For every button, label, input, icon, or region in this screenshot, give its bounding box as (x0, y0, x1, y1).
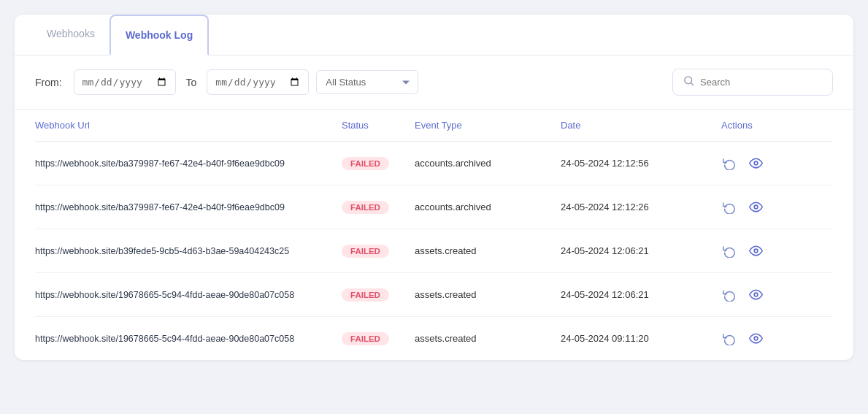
date-cell: 24-05-2024 12:06:21 (561, 289, 721, 300)
status-badge: FAILED (342, 157, 389, 170)
view-button[interactable] (748, 330, 764, 347)
col-webhook-url: Webhook Url (35, 120, 342, 131)
status-cell: FAILED (342, 201, 415, 214)
retry-button[interactable] (721, 287, 737, 303)
col-actions: Actions (721, 120, 809, 131)
to-label: To (186, 77, 197, 88)
status-select-wrapper: All Status Failed Success (316, 70, 418, 94)
col-date: Date (561, 120, 721, 131)
url-cell: https://webhook.site/19678665-5c94-4fdd-… (35, 290, 342, 300)
svg-point-3 (754, 205, 758, 209)
event-type-cell: assets.created (415, 289, 561, 300)
to-date-input[interactable] (207, 69, 309, 95)
event-type-cell: accounts.archived (415, 202, 561, 212)
table-header: Webhook Url Status Event Type Date Actio… (35, 110, 833, 142)
retry-button[interactable] (721, 243, 737, 259)
tabs-bar: Webhooks Webhook Log (15, 15, 853, 55)
view-button[interactable] (748, 242, 764, 259)
actions-cell (721, 286, 809, 303)
search-wrapper (672, 69, 833, 96)
search-icon (683, 75, 694, 89)
url-cell: https://webhook.site/b39fede5-9cb5-4d63-… (35, 246, 342, 256)
status-badge: FAILED (342, 245, 389, 258)
col-status: Status (342, 120, 415, 131)
table-row: https://webhook.site/b39fede5-9cb5-4d63-… (35, 229, 833, 273)
url-cell: https://webhook.site/ba379987-fe67-42e4-… (35, 202, 342, 212)
table-row: https://webhook.site/ba379987-fe67-42e4-… (35, 142, 833, 185)
tab-webhook-log[interactable]: Webhook Log (110, 15, 209, 55)
event-type-cell: accounts.archived (415, 158, 561, 169)
table-wrapper: Webhook Url Status Event Type Date Actio… (15, 110, 853, 360)
svg-point-2 (754, 161, 758, 165)
event-type-cell: assets.created (415, 333, 561, 344)
status-cell: FAILED (342, 245, 415, 258)
from-label: From: (35, 77, 62, 88)
status-cell: FAILED (342, 288, 415, 302)
col-event-type: Event Type (415, 120, 561, 131)
event-type-cell: assets.created (415, 245, 561, 256)
retry-button[interactable] (721, 331, 737, 347)
date-cell: 24-05-2024 12:12:26 (561, 202, 721, 212)
url-cell: https://webhook.site/19678665-5c94-4fdd-… (35, 334, 342, 344)
search-input[interactable] (700, 77, 822, 88)
url-cell: https://webhook.site/ba379987-fe67-42e4-… (35, 158, 342, 169)
status-select[interactable]: All Status Failed Success (316, 70, 418, 94)
view-button[interactable] (748, 286, 764, 303)
date-cell: 24-05-2024 09:11:20 (561, 333, 721, 344)
status-cell: FAILED (342, 332, 415, 345)
from-date-input[interactable] (74, 69, 176, 95)
actions-cell (721, 155, 809, 172)
view-button[interactable] (748, 199, 764, 215)
date-cell: 24-05-2024 12:12:56 (561, 158, 721, 169)
retry-button[interactable] (721, 156, 737, 172)
svg-point-6 (754, 337, 758, 340)
main-container: Webhooks Webhook Log From: To All Status… (15, 15, 853, 360)
view-button[interactable] (748, 155, 764, 172)
svg-point-4 (754, 249, 758, 253)
status-badge: FAILED (342, 288, 389, 302)
tab-webhooks[interactable]: Webhooks (32, 15, 110, 55)
status-badge: FAILED (342, 201, 389, 214)
table-row: https://webhook.site/19678665-5c94-4fdd-… (35, 317, 833, 360)
actions-cell (721, 199, 809, 215)
svg-line-1 (691, 83, 693, 85)
actions-cell (721, 242, 809, 259)
actions-cell (721, 330, 809, 347)
date-cell: 24-05-2024 12:06:21 (561, 245, 721, 256)
table-row: https://webhook.site/ba379987-fe67-42e4-… (35, 185, 833, 229)
status-cell: FAILED (342, 157, 415, 170)
status-badge: FAILED (342, 332, 389, 345)
svg-point-5 (754, 293, 758, 296)
table-row: https://webhook.site/19678665-5c94-4fdd-… (35, 273, 833, 317)
toolbar: From: To All Status Failed Success (15, 55, 853, 110)
retry-button[interactable] (721, 199, 737, 215)
